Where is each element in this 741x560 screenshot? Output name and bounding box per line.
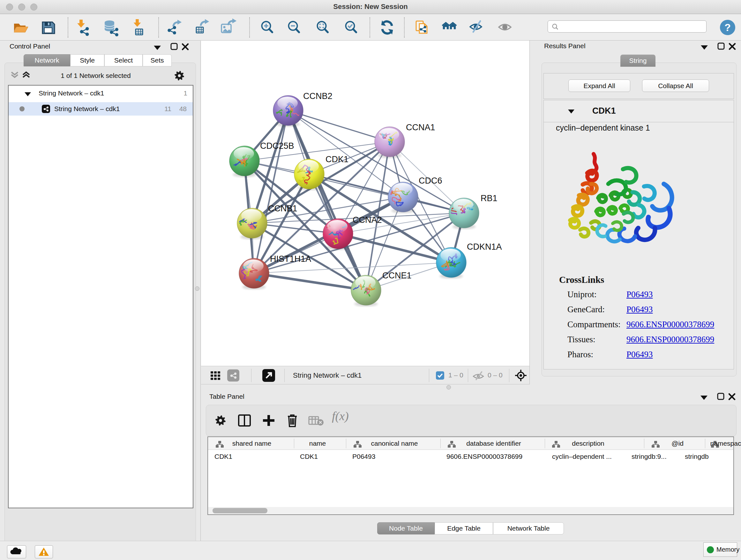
svg-text:CDKN1A: CDKN1A <box>467 242 502 252</box>
svg-text:CCNB1: CCNB1 <box>268 204 297 213</box>
svg-text:CDC25B: CDC25B <box>260 141 294 151</box>
svg-text:CCNB2: CCNB2 <box>303 91 333 101</box>
svg-text:CCNE1: CCNE1 <box>382 271 412 280</box>
svg-text:RB1: RB1 <box>481 193 497 203</box>
svg-text:CDC6: CDC6 <box>419 176 442 186</box>
svg-text:HIST1H1A: HIST1H1A <box>270 254 311 264</box>
svg-text:CDK1: CDK1 <box>326 154 348 164</box>
svg-text:CCNA2: CCNA2 <box>353 215 382 225</box>
svg-text:CCNA1: CCNA1 <box>406 123 435 132</box>
